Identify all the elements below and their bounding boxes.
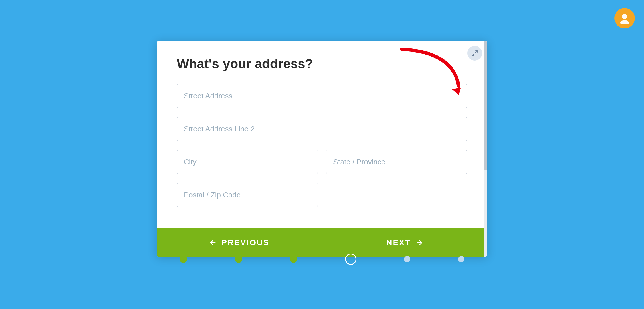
progress-line <box>180 259 464 259</box>
avatar[interactable] <box>614 8 635 28</box>
arrow-right-icon <box>415 239 423 247</box>
scrollbar-thumb <box>484 41 487 170</box>
progress-dot-4-current <box>345 254 356 265</box>
progress-dot-5 <box>404 256 410 262</box>
city-state-row <box>177 150 467 174</box>
scrollbar[interactable] <box>484 41 487 257</box>
street-address-2-input[interactable] <box>177 117 467 141</box>
navigation-footer: PREVIOUS NEXT <box>157 228 487 257</box>
next-label: NEXT <box>386 238 411 247</box>
expand-button[interactable] <box>467 46 482 61</box>
svg-line-3 <box>472 54 474 56</box>
svg-point-0 <box>622 14 627 19</box>
postal-zip-input[interactable] <box>177 183 318 207</box>
svg-point-1 <box>620 20 629 24</box>
progress-dot-6 <box>458 256 464 262</box>
progress-dot-3 <box>290 256 297 263</box>
form-body: What's your address? <box>157 41 487 228</box>
arrow-left-icon <box>209 239 217 247</box>
progress-dot-2 <box>235 256 242 263</box>
street-address-input[interactable] <box>177 84 467 108</box>
progress-dot-1 <box>180 256 187 263</box>
previous-button[interactable]: PREVIOUS <box>157 228 322 257</box>
form-card: What's your address? PREVIOUS NEXT <box>157 41 487 257</box>
city-input[interactable] <box>177 150 318 174</box>
page-title: What's your address? <box>177 56 467 71</box>
state-province-input[interactable] <box>326 150 467 174</box>
previous-label: PREVIOUS <box>221 238 270 247</box>
svg-line-2 <box>475 51 477 53</box>
next-button[interactable]: NEXT <box>322 228 487 257</box>
progress-track <box>180 254 464 265</box>
